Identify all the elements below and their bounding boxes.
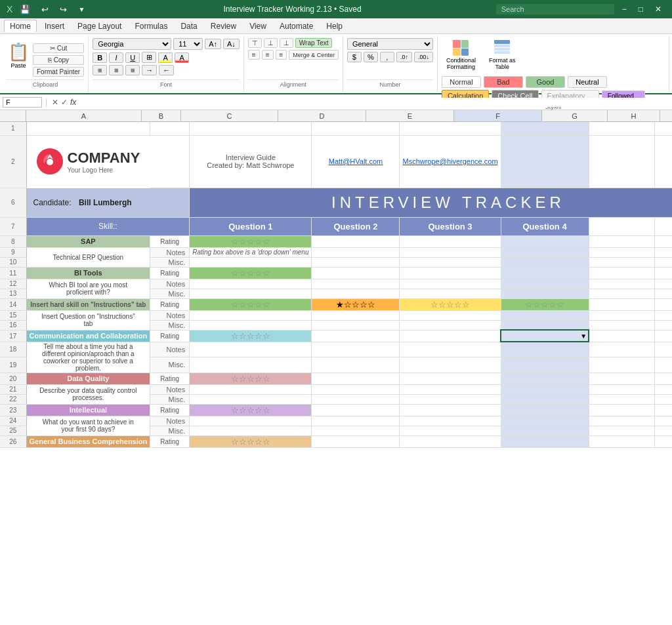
qat-dropdown[interactable]: ▼ <box>74 5 89 14</box>
col-header-a[interactable]: A <box>26 110 142 121</box>
email2-link[interactable]: Mschwrope@hivergence.com <box>402 157 497 165</box>
cell-h2[interactable] <box>654 135 672 188</box>
underline-button[interactable]: U <box>125 52 140 63</box>
q3-rating-hard[interactable]: ☆☆☆☆☆ <box>400 298 501 310</box>
confirm-formula-icon[interactable]: ✓ <box>61 98 68 107</box>
font-name-select[interactable]: Georgia <box>93 38 171 50</box>
menu-view[interactable]: View <box>244 20 272 32</box>
misc-bi-c[interactable] <box>190 289 312 298</box>
menu-formulas[interactable]: Formulas <box>129 20 173 32</box>
cell-h11[interactable] <box>654 267 672 279</box>
misc-comm-d[interactable] <box>312 357 400 373</box>
col-header-g[interactable]: G <box>542 110 608 121</box>
cell-g1[interactable] <box>589 122 654 135</box>
menu-automate[interactable]: Automate <box>274 20 318 32</box>
q2-notes-data[interactable] <box>312 384 400 394</box>
logo-cell[interactable]: COMPANY Your Logo Here <box>26 135 150 188</box>
notes-data[interactable] <box>190 384 312 394</box>
misc-bi-f[interactable] <box>501 289 589 298</box>
notes-intel[interactable] <box>190 416 312 426</box>
cell-b1[interactable] <box>150 122 190 135</box>
cell-g8[interactable] <box>589 235 654 247</box>
paste-button[interactable]: 📋 Paste <box>7 41 30 70</box>
q2-notes-bi[interactable] <box>312 279 400 289</box>
q3-notes-comm[interactable] <box>400 342 501 357</box>
undo-button[interactable]: ↩ <box>37 4 52 15</box>
outdent-button[interactable]: ← <box>159 65 174 75</box>
conditional-formatting-button[interactable]: ConditionalFormatting <box>442 38 480 72</box>
notes-bi[interactable] <box>190 279 312 289</box>
formula-input[interactable] <box>79 98 669 107</box>
q4-rating-bi[interactable] <box>501 267 589 279</box>
notes-hard[interactable] <box>190 310 312 320</box>
misc-hard-c[interactable] <box>190 320 312 330</box>
q2-notes-comm[interactable] <box>312 342 400 357</box>
comma-button[interactable]: , <box>380 52 394 62</box>
misc-data-f[interactable] <box>501 394 589 404</box>
align-left-button[interactable]: ≡ <box>93 65 107 75</box>
decimal-inc-button[interactable]: .0↑ <box>396 52 412 62</box>
indent-button[interactable]: → <box>142 65 157 75</box>
dropdown-arrow[interactable]: ▼ <box>580 333 587 340</box>
cell-g15[interactable] <box>589 310 654 320</box>
cell-h23[interactable] <box>654 404 672 416</box>
cell-h10[interactable] <box>654 257 672 267</box>
cell-h16[interactable] <box>654 320 672 330</box>
cell-g13[interactable] <box>589 289 654 298</box>
cell-h1[interactable] <box>654 122 672 135</box>
misc-bi-e[interactable] <box>400 289 501 298</box>
cell-g19[interactable] <box>589 357 654 373</box>
cell-h13[interactable] <box>654 289 672 298</box>
align-l-button[interactable]: ≡ <box>248 50 260 60</box>
q2-rating-hard[interactable]: ★☆☆☆☆ <box>312 298 400 310</box>
cell-c1[interactable] <box>190 122 312 135</box>
q3-rating-bi[interactable] <box>400 267 501 279</box>
top-align-button[interactable]: ⊤ <box>248 38 262 48</box>
cell-g20[interactable] <box>589 373 654 384</box>
italic-button[interactable]: I <box>109 52 123 63</box>
cell-h7[interactable] <box>654 217 672 235</box>
menu-home[interactable]: Home <box>4 20 37 32</box>
misc-intel-d[interactable] <box>312 426 400 435</box>
q1-rating-bi[interactable]: ☆☆☆☆☆ <box>190 267 312 279</box>
misc-comm-c[interactable] <box>190 357 312 373</box>
cell-h9[interactable] <box>654 247 672 257</box>
currency-button[interactable]: $ <box>347 52 362 62</box>
q4-rating-data[interactable] <box>501 373 589 384</box>
align-r-button[interactable]: ≡ <box>276 50 287 60</box>
q3-rating-data[interactable] <box>400 373 501 384</box>
cell-g2[interactable] <box>589 135 654 188</box>
q3-notes-data[interactable] <box>400 384 501 394</box>
q2-rating-intel[interactable] <box>312 404 400 416</box>
style-normal[interactable]: Normal <box>442 76 481 88</box>
q2-notes-intel[interactable] <box>312 416 400 426</box>
misc-data-d[interactable] <box>312 394 400 404</box>
q3-rating-sap[interactable] <box>400 235 501 247</box>
q4-notes-sap[interactable] <box>501 247 589 257</box>
q1-rating-gen[interactable]: ☆☆☆☆☆ <box>190 435 312 447</box>
bottom-align-button[interactable]: ⊥ <box>280 38 293 48</box>
menu-review[interactable]: Review <box>205 20 242 32</box>
notes-comm[interactable] <box>190 342 312 357</box>
q4-rating-hard[interactable]: ☆☆☆☆☆ <box>501 298 589 310</box>
cell-g17[interactable] <box>589 330 654 342</box>
q2-rating-bi[interactable] <box>312 267 400 279</box>
style-bad[interactable]: Bad <box>484 76 523 88</box>
misc-comm-e[interactable] <box>400 357 501 373</box>
cell-g7[interactable] <box>589 217 654 235</box>
col-header-c[interactable]: C <box>181 110 278 121</box>
cell-g21[interactable] <box>589 384 654 394</box>
cell-f2[interactable] <box>501 135 589 188</box>
q4-notes-bi[interactable] <box>501 279 589 289</box>
cell-h25[interactable] <box>654 426 672 435</box>
cell-c2[interactable]: Interview Guide Created by: Matt Schwrop… <box>190 135 312 188</box>
cell-h19[interactable] <box>654 357 672 373</box>
search-input[interactable] <box>496 4 614 14</box>
percent-button[interactable]: % <box>364 52 378 62</box>
style-good[interactable]: Good <box>526 76 565 88</box>
q3-notes-hard[interactable] <box>400 310 501 320</box>
q3-notes-bi[interactable] <box>400 279 501 289</box>
misc-sap-d[interactable] <box>312 257 400 267</box>
cell-g24[interactable] <box>589 416 654 426</box>
q1-rating-comm[interactable]: ☆☆☆☆☆ <box>190 330 312 342</box>
